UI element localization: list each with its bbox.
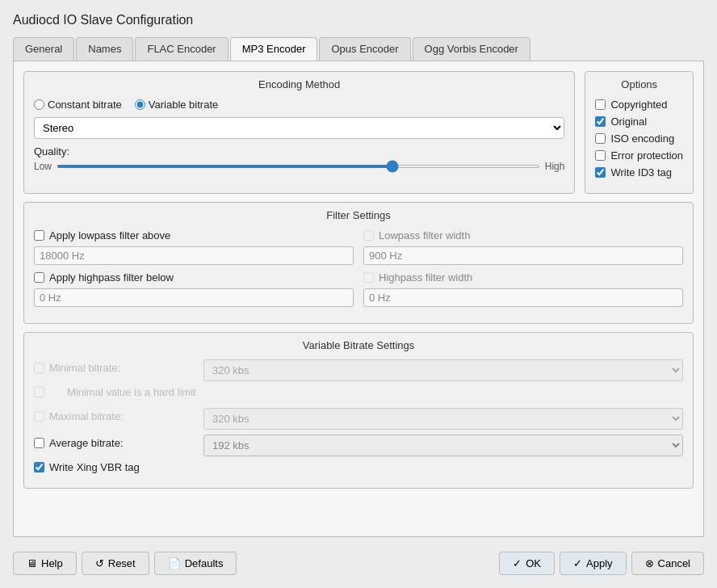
error-protection-checkbox[interactable]: Error protection [595, 149, 683, 162]
window-title: Audiocd IO Slave Configuration [13, 13, 704, 27]
average-bitrate-checkbox[interactable]: Average bitrate: [34, 437, 195, 449]
write-id3-input[interactable] [595, 167, 606, 178]
hard-limit-row: Minimal value is a hard limit [34, 386, 683, 403]
reset-icon: ↺ [95, 557, 104, 569]
hard-limit-label: Minimal value is a hard limit [67, 386, 196, 398]
tab-opus[interactable]: Opus Encoder [319, 37, 410, 61]
footer-left: 🖥 Help ↺ Reset 📄 Defaults [13, 552, 237, 575]
cancel-icon: ⊗ [645, 557, 654, 569]
variable-bitrate-radio[interactable]: Variable bitrate [135, 99, 218, 111]
write-xing-label: Write Xing VBR tag [49, 461, 140, 473]
filter-row-1: Apply lowpass filter above Lowpass filte… [34, 229, 683, 265]
lowpass-width-hz-field[interactable] [363, 246, 683, 265]
tab-names[interactable]: Names [76, 37, 133, 61]
lowpass-width-label: Lowpass filter width [379, 229, 470, 242]
highpass-width-input[interactable] [363, 272, 374, 283]
error-protection-label: Error protection [610, 149, 683, 162]
highpass-hz-field[interactable] [34, 288, 354, 307]
tab-general[interactable]: General [13, 37, 74, 61]
quality-row: Low High [34, 161, 564, 172]
write-id3-checkbox[interactable]: Write ID3 tag [595, 166, 683, 178]
cancel-button[interactable]: ⊗ Cancel [631, 552, 704, 575]
footer: 🖥 Help ↺ Reset 📄 Defaults ✓ OK ✓ Apply ⊗… [13, 545, 704, 575]
maximal-bitrate-select[interactable]: 320 kbs [203, 408, 683, 430]
hard-limit-checkbox[interactable]: Minimal value is a hard limit [34, 386, 196, 398]
apply-label: Apply [586, 557, 613, 569]
tab-bar: General Names FLAC Encoder MP3 Encoder O… [13, 37, 704, 61]
maximal-bitrate-label: Maximal bitrate: [49, 410, 154, 422]
minimal-bitrate-checkbox[interactable]: Minimal bitrate: [34, 362, 195, 374]
copyrighted-label: Copyrighted [610, 99, 667, 111]
error-protection-input[interactable] [595, 150, 606, 161]
maximal-bitrate-input[interactable] [34, 411, 44, 422]
highpass-width-label: Highpass filter width [379, 271, 472, 284]
maximal-bitrate-checkbox[interactable]: Maximal bitrate: [34, 410, 195, 422]
encoding-method-panel: Encoding Method Constant bitrate Variabl… [23, 71, 575, 194]
lowpass-col: Apply lowpass filter above [34, 229, 354, 265]
top-row: Encoding Method Constant bitrate Variabl… [23, 71, 694, 194]
hard-limit-input[interactable] [34, 387, 44, 397]
highpass-input[interactable] [34, 272, 44, 283]
apply-icon: ✓ [573, 557, 582, 569]
help-button[interactable]: 🖥 Help [13, 552, 77, 575]
cancel-label: Cancel [658, 557, 690, 569]
original-label: Original [610, 116, 647, 128]
minimal-bitrate-label: Minimal bitrate: [49, 362, 154, 374]
lowpass-checkbox[interactable]: Apply lowpass filter above [34, 229, 354, 242]
tab-ogg[interactable]: Ogg Vorbis Encoder [413, 37, 530, 61]
defaults-label: Defaults [185, 557, 224, 569]
quality-slider[interactable] [57, 165, 540, 168]
constant-bitrate-input[interactable] [34, 99, 44, 110]
tab-flac[interactable]: FLAC Encoder [135, 37, 228, 61]
constant-bitrate-radio[interactable]: Constant bitrate [34, 99, 122, 111]
quality-high-label: High [545, 161, 565, 172]
minimal-bitrate-row: Minimal bitrate: 320 kbs [34, 359, 683, 381]
encoding-radio-group: Constant bitrate Variable bitrate [34, 99, 564, 111]
copyrighted-input[interactable] [595, 99, 606, 110]
lowpass-width-input[interactable] [363, 230, 374, 241]
encoding-method-title: Encoding Method [34, 78, 564, 90]
vbr-settings-panel: Variable Bitrate Settings Minimal bitrat… [23, 332, 694, 489]
reset-button[interactable]: ↺ Reset [82, 552, 149, 575]
ok-icon: ✓ [513, 557, 522, 569]
options-panel: Options Copyrighted Original ISO encodin… [585, 71, 694, 194]
apply-button[interactable]: ✓ Apply [560, 552, 627, 575]
lowpass-width-checkbox[interactable]: Lowpass filter width [363, 229, 683, 242]
iso-encoding-label: ISO encoding [610, 132, 674, 145]
quality-label: Quality: [34, 145, 564, 158]
iso-encoding-checkbox[interactable]: ISO encoding [595, 132, 683, 145]
highpass-checkbox[interactable]: Apply highpass filter below [34, 271, 354, 284]
write-xing-checkbox[interactable]: Write Xing VBR tag [34, 461, 683, 473]
vbr-settings-title: Variable Bitrate Settings [34, 339, 683, 351]
help-icon: 🖥 [27, 557, 37, 569]
original-checkbox[interactable]: Original [595, 116, 683, 128]
defaults-icon: 📄 [168, 557, 181, 569]
filter-settings-panel: Filter Settings Apply lowpass filter abo… [23, 202, 694, 324]
lowpass-input[interactable] [34, 230, 44, 241]
highpass-width-hz-field[interactable] [363, 288, 683, 307]
highpass-width-checkbox[interactable]: Highpass filter width [363, 271, 683, 284]
filter-settings-title: Filter Settings [34, 209, 683, 221]
minimal-bitrate-input[interactable] [34, 363, 44, 373]
copyrighted-checkbox[interactable]: Copyrighted [595, 99, 683, 111]
maximal-bitrate-row: Maximal bitrate: 320 kbs [34, 408, 683, 430]
write-xing-input[interactable] [34, 462, 44, 472]
help-label: Help [41, 557, 63, 569]
defaults-button[interactable]: 📄 Defaults [154, 552, 237, 575]
highpass-width-col: Highpass filter width [363, 271, 683, 307]
tab-mp3[interactable]: MP3 Encoder [230, 37, 318, 61]
write-id3-label: Write ID3 tag [610, 166, 672, 178]
main-content: Encoding Method Constant bitrate Variabl… [13, 61, 704, 537]
original-input[interactable] [595, 116, 606, 127]
ok-button[interactable]: ✓ OK [499, 552, 555, 575]
quality-low-label: Low [34, 161, 52, 172]
average-bitrate-select[interactable]: 192 kbs [203, 435, 683, 456]
iso-encoding-input[interactable] [595, 133, 606, 144]
lowpass-label: Apply lowpass filter above [49, 229, 170, 242]
lowpass-hz-field[interactable] [34, 246, 354, 265]
variable-bitrate-input[interactable] [135, 99, 145, 110]
minimal-bitrate-select[interactable]: 320 kbs [203, 359, 683, 381]
footer-right: ✓ OK ✓ Apply ⊗ Cancel [499, 552, 704, 575]
average-bitrate-input[interactable] [34, 438, 44, 448]
stereo-select[interactable]: Stereo [34, 117, 564, 139]
